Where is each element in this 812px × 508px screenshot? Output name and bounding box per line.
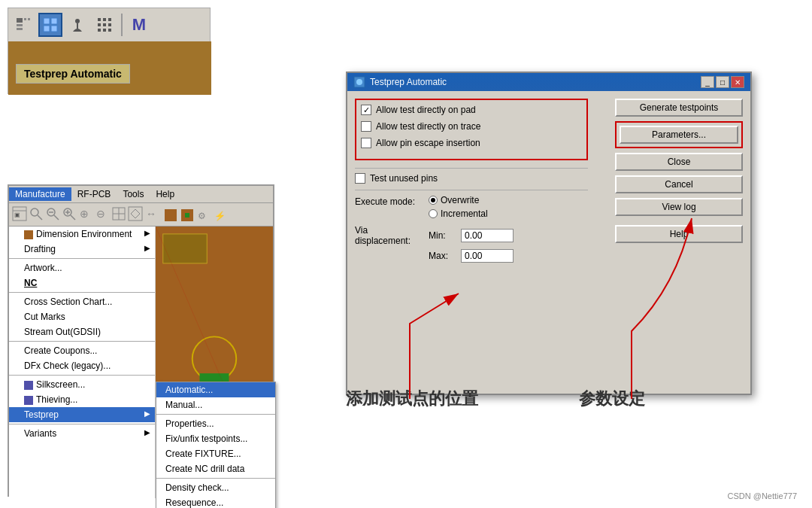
via-min-label: Min: (429, 230, 455, 241)
menu-item-variants[interactable]: Variants (9, 426, 155, 441)
checkbox-label-test-on-trace: Allow test directly on trace (376, 121, 480, 132)
via-min-input[interactable] (461, 229, 514, 242)
svg-rect-12 (103, 18, 106, 21)
menu-item-stream-out[interactable]: Stream Out(GDSII) (9, 324, 155, 339)
submenu-create-nc[interactable]: Create NC drill data (156, 461, 275, 476)
dialog-minimize-btn[interactable]: _ (701, 76, 714, 88)
menu-toolbar-icons: ▣ ⊕ ⊖ ↔ ⚙ ⚡ (9, 203, 273, 227)
divider-1 (355, 168, 588, 169)
checkbox-test-on-pad[interactable] (361, 105, 371, 115)
menu-bar-tools[interactable]: Tools (117, 187, 150, 201)
dialog-testprep-automatic: Testprep Automatic _ □ ✕ Allow test dire… (346, 71, 752, 395)
separator-3 (9, 341, 155, 342)
submenu-create-fixture[interactable]: Create FIXTURE... (156, 446, 275, 461)
toolbar-icon-m[interactable]: M (127, 13, 151, 37)
checkbox-label-test-on-pad: Allow test directly on pad (376, 105, 476, 115)
dialog-title-text: Testprep Automatic (370, 77, 447, 87)
menu-bar-rfpcb[interactable]: RF-PCB (71, 187, 117, 201)
submenu-resequence[interactable]: Resequence... (156, 495, 275, 508)
svg-rect-13 (108, 18, 111, 21)
checkbox-row-2: Allow test directly on trace (361, 121, 582, 132)
menu-item-testprep[interactable]: Testprep (9, 407, 155, 422)
via-max-input[interactable] (461, 249, 514, 263)
execute-mode-label: Execute mode: (355, 195, 423, 207)
svg-rect-1 (17, 24, 23, 26)
svg-rect-39 (165, 209, 177, 221)
submenu-separator-2 (156, 478, 275, 479)
toolbar-icon-list[interactable] (11, 13, 35, 37)
radio-overwrite-row: Overwrite (429, 195, 488, 205)
help-button[interactable]: Help (615, 225, 743, 243)
svg-text:⊕: ⊕ (80, 208, 89, 220)
menu-area: Manufacture RF-PCB Tools Help ▣ ⊕ ⊖ ↔ ⚙ … (8, 184, 274, 497)
menu-item-cross-section[interactable]: Cross Section Chart... (9, 294, 155, 309)
svg-line-29 (71, 215, 75, 220)
separator-2 (9, 292, 155, 293)
radio-overwrite[interactable] (429, 196, 438, 205)
checkbox-test-unused-pins[interactable] (355, 173, 365, 184)
annotation-test-position: 添加测试点的位置 (346, 388, 478, 410)
view-log-button[interactable]: View log (615, 198, 743, 216)
menu-item-dfx-check[interactable]: DFx Check (legacy)... (9, 358, 155, 373)
menu-item-thieving[interactable]: Thieving... (9, 392, 155, 407)
toolbar-icons-row: M (8, 8, 210, 42)
menu-bar-help[interactable]: Help (150, 187, 180, 201)
menu-item-silkscreen[interactable]: Silkscreen... (9, 377, 155, 392)
svg-rect-7 (44, 26, 50, 32)
checkbox-pin-escape[interactable] (361, 138, 371, 148)
svg-rect-46 (24, 396, 33, 405)
submenu-separator-1 (156, 414, 275, 415)
menu-item-cut-marks[interactable]: Cut Marks (9, 309, 155, 324)
submenu-automatic[interactable]: Automatic... (156, 382, 275, 397)
separator-4 (9, 375, 155, 376)
svg-text:▣: ▣ (14, 211, 20, 218)
menu-bar-manufacture[interactable]: Manufacture (9, 187, 71, 201)
menu-item-create-coupons[interactable]: Create Coupons... (9, 343, 155, 358)
menu-item-drafting[interactable]: Drafting (9, 242, 155, 257)
test-unused-label: Test unused pins (370, 173, 438, 184)
close-button[interactable]: Close (615, 153, 743, 171)
cancel-button[interactable]: Cancel (615, 175, 743, 193)
separator-1 (9, 258, 155, 259)
submenu-manual[interactable]: Manual... (156, 397, 275, 412)
generate-testpoints-button[interactable]: Generate testpoints (615, 99, 743, 117)
separator-5 (9, 424, 155, 424)
svg-rect-16 (108, 23, 111, 26)
toolbar-area: M Testprep Automatic (8, 8, 211, 94)
via-displacement-row: Via displacement: Min: (355, 225, 588, 246)
menu-item-dimension-environment[interactable]: Dimension Environment (9, 227, 155, 242)
svg-point-57 (356, 79, 362, 85)
radio-group-execute-mode: Overwrite Incremental (429, 195, 488, 219)
submenu-properties[interactable]: Properties... (156, 416, 275, 431)
test-unused-row: Test unused pins (355, 173, 588, 184)
svg-rect-6 (51, 18, 57, 24)
svg-text:↔: ↔ (146, 208, 156, 220)
svg-rect-45 (24, 381, 33, 390)
menu-item-artwork[interactable]: Artwork... (9, 260, 155, 275)
svg-rect-0 (17, 18, 23, 23)
dialog-title-bar: Testprep Automatic _ □ ✕ (347, 73, 750, 91)
dialog-maximize-btn[interactable]: □ (716, 76, 729, 88)
svg-point-9 (75, 19, 80, 23)
dialog-icon (353, 76, 365, 88)
radio-incremental-row: Incremental (429, 208, 488, 219)
menu-item-nc[interactable]: NC (9, 275, 155, 291)
execute-mode-row: Execute mode: Overwrite Incremental (355, 195, 588, 219)
annotation-parameter-setting-text: 参数设定 (579, 389, 645, 408)
svg-point-23 (31, 208, 38, 216)
submenu-fix-unfix[interactable]: Fix/unfix testpoints... (156, 431, 275, 446)
svg-rect-4 (28, 18, 30, 20)
submenu-density-check[interactable]: Density check... (156, 480, 275, 495)
svg-rect-8 (51, 26, 57, 32)
dialog-close-btn[interactable]: ✕ (731, 76, 744, 88)
radio-incremental-label: Incremental (441, 208, 488, 219)
toolbar-icon-person[interactable] (65, 13, 89, 37)
svg-rect-2 (17, 28, 23, 30)
checkboxes-red-box: Allow test directly on pad Allow test di… (355, 99, 588, 160)
parameters-button[interactable]: Parameters... (620, 126, 738, 144)
radio-overwrite-label: Overwrite (441, 195, 479, 205)
checkbox-test-on-trace[interactable] (361, 121, 371, 132)
toolbar-icon-dots[interactable] (92, 13, 117, 37)
toolbar-icon-grid-active[interactable] (38, 13, 62, 37)
radio-incremental[interactable] (429, 209, 438, 218)
